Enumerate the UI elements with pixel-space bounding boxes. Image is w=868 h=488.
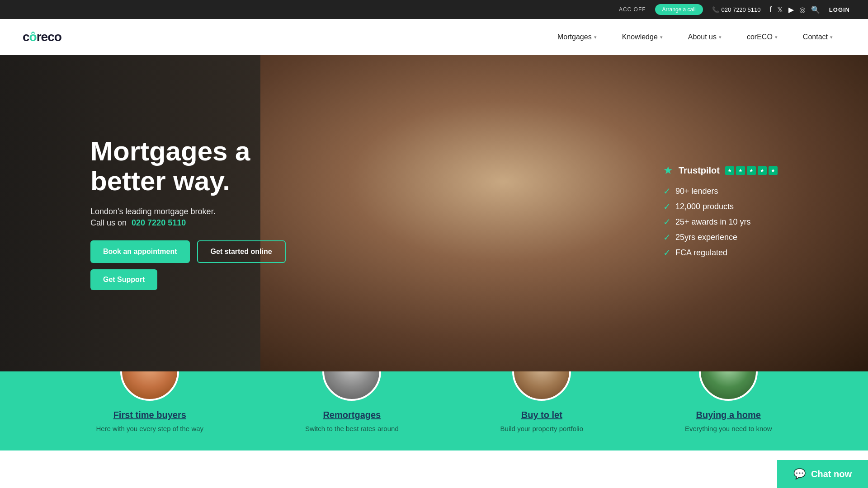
social-icons: f 𝕏 ▶ ◎ 🔍 <box>769 5 820 14</box>
star-2: ★ <box>736 166 745 175</box>
main-nav: côreco Mortgages ▾ Knowledge ▾ About us … <box>0 19 868 55</box>
buying-home-desc: Everything you need to know <box>685 425 772 432</box>
trust-item-lenders: ✓ 90+ lenders <box>663 186 778 197</box>
buy-to-let-title: Buy to let <box>521 410 562 420</box>
get-started-button[interactable]: Get started online <box>197 240 286 263</box>
remortgages-desc: Switch to the best rates around <box>305 425 399 432</box>
chevron-down-icon: ▾ <box>594 34 597 40</box>
trust-item-fca: ✓ FCA regulated <box>663 247 778 258</box>
check-icon: ✓ <box>663 186 671 197</box>
trustpilot-stars: ★ ★ ★ ★ ★ <box>725 166 778 175</box>
login-button[interactable]: LOGIN <box>829 6 850 13</box>
facebook-icon[interactable]: f <box>769 5 771 14</box>
star-1: ★ <box>725 166 734 175</box>
nav-about-us[interactable]: About us ▾ <box>675 19 734 55</box>
book-appointment-button[interactable]: Book an appointment <box>90 240 190 263</box>
buying-home-title: Buying a home <box>696 410 761 420</box>
hero-call-us: Call us on 020 7220 5110 <box>90 218 289 228</box>
youtube-icon[interactable]: ▶ <box>788 5 794 14</box>
nav-contact[interactable]: Contact ▾ <box>790 19 845 55</box>
trustpilot-row: ★ Trustpilot ★ ★ ★ ★ ★ <box>663 164 778 177</box>
trust-item-products: ✓ 12,000 products <box>663 201 778 212</box>
check-icon: ✓ <box>663 247 671 258</box>
hero-phone[interactable]: 020 7220 5110 <box>132 218 186 227</box>
star-5: ★ <box>769 166 778 175</box>
hero-subtitle: London's leading mortgage broker. <box>90 207 289 216</box>
nav-links: Mortgages ▾ Knowledge ▾ About us ▾ corEC… <box>545 19 845 55</box>
top-phone: 📞 020 7220 5110 <box>712 6 761 13</box>
hero-buttons-row1: Book an appointment Get started online <box>90 240 289 263</box>
nav-knowledge[interactable]: Knowledge ▾ <box>609 19 675 55</box>
chevron-down-icon: ▾ <box>830 34 833 40</box>
acc-off-label: ACC OFF <box>619 6 646 13</box>
remortgages-title: Remortgages <box>323 410 381 420</box>
trustpilot-star-icon: ★ <box>663 164 673 177</box>
first-time-buyers-title: First time buyers <box>113 410 186 420</box>
category-first-time-buyers[interactable]: First time buyers Here with you every st… <box>96 371 203 432</box>
category-remortgages[interactable]: Remortgages Switch to the best rates aro… <box>305 371 399 432</box>
star-3: ★ <box>747 166 756 175</box>
hero-content: Mortgages a better way. London's leading… <box>0 136 316 290</box>
nav-mortgages[interactable]: Mortgages ▾ <box>545 19 609 55</box>
logo-c: c <box>23 30 29 44</box>
arrange-call-button[interactable]: Arrange a call <box>655 4 703 15</box>
chevron-down-icon: ▾ <box>775 34 778 40</box>
get-support-button[interactable]: Get Support <box>90 269 157 290</box>
search-icon[interactable]: 🔍 <box>811 5 820 14</box>
category-buy-to-let[interactable]: Buy to let Build your property portfolio <box>500 371 583 432</box>
star-4: ★ <box>758 166 767 175</box>
trustpilot-label: Trustpilot <box>679 165 720 176</box>
logo[interactable]: côreco <box>23 30 61 44</box>
trust-item-experience: ✓ 25yrs experience <box>663 232 778 243</box>
top-bar: ACC OFF Arrange a call 📞 020 7220 5110 f… <box>0 0 868 19</box>
chevron-down-icon: ▾ <box>660 34 663 40</box>
twitter-icon[interactable]: 𝕏 <box>777 5 783 14</box>
first-time-buyers-desc: Here with you every step of the way <box>96 425 203 432</box>
chevron-down-icon: ▾ <box>719 34 722 40</box>
nav-coreco[interactable]: corECO ▾ <box>734 19 790 55</box>
category-buying-home[interactable]: Buying a home Everything you need to kno… <box>685 371 772 432</box>
trust-panel: ★ Trustpilot ★ ★ ★ ★ ★ ✓ 90+ lenders ✓ 1… <box>663 164 778 263</box>
check-icon: ✓ <box>663 201 671 212</box>
hero-section: Mortgages a better way. London's leading… <box>0 55 868 371</box>
instagram-icon[interactable]: ◎ <box>799 5 806 14</box>
buy-to-let-desc: Build your property portfolio <box>500 425 583 432</box>
check-icon: ✓ <box>663 232 671 243</box>
hero-buttons-row2: Get Support <box>90 269 289 290</box>
phone-icon: 📞 <box>712 6 719 13</box>
categories-section: First time buyers Here with you every st… <box>0 371 868 450</box>
hero-title: Mortgages a better way. <box>90 136 289 196</box>
check-icon: ✓ <box>663 216 671 227</box>
trust-item-awards: ✓ 25+ awards in 10 yrs <box>663 216 778 227</box>
logo-text: côreco <box>23 30 61 44</box>
